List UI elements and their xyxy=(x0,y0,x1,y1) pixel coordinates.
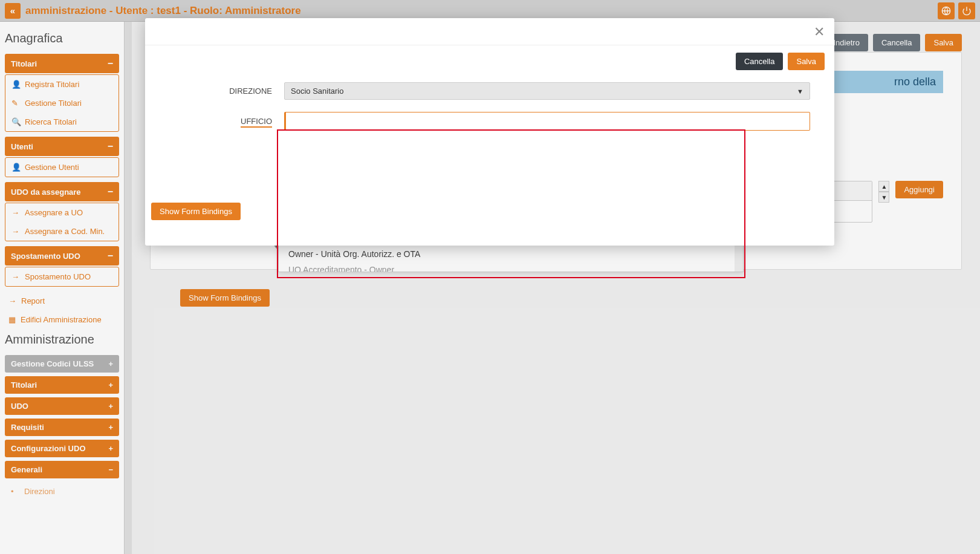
chevron-down-icon: ▼ xyxy=(797,88,803,95)
modal-save-button[interactable]: Salva xyxy=(788,53,825,70)
modal-dialog: ✕ Cancella Salva DIREZIONE Socio Sanitar… xyxy=(145,18,834,246)
modal-actions: Cancella Salva xyxy=(145,45,834,70)
select-direzione[interactable]: Socio Sanitario ▼ xyxy=(284,82,810,100)
label-ufficio: UFFICIO xyxy=(169,117,284,126)
modal-header: ✕ xyxy=(145,18,834,45)
ufficio-input[interactable] xyxy=(284,112,810,131)
modal-row-direzione: DIREZIONE Socio Sanitario ▼ xyxy=(169,82,810,100)
modal-show-bindings-button[interactable]: Show Form Bindings xyxy=(151,203,241,220)
modal-cancel-button[interactable]: Cancella xyxy=(736,53,784,70)
modal-body: DIREZIONE Socio Sanitario ▼ UFFICIO xyxy=(145,70,834,246)
close-icon[interactable]: ✕ xyxy=(814,25,825,39)
label-direzione: DIREZIONE xyxy=(169,86,284,96)
modal-row-ufficio: UFFICIO xyxy=(169,112,810,131)
select-value: Socio Sanitario xyxy=(291,86,343,96)
